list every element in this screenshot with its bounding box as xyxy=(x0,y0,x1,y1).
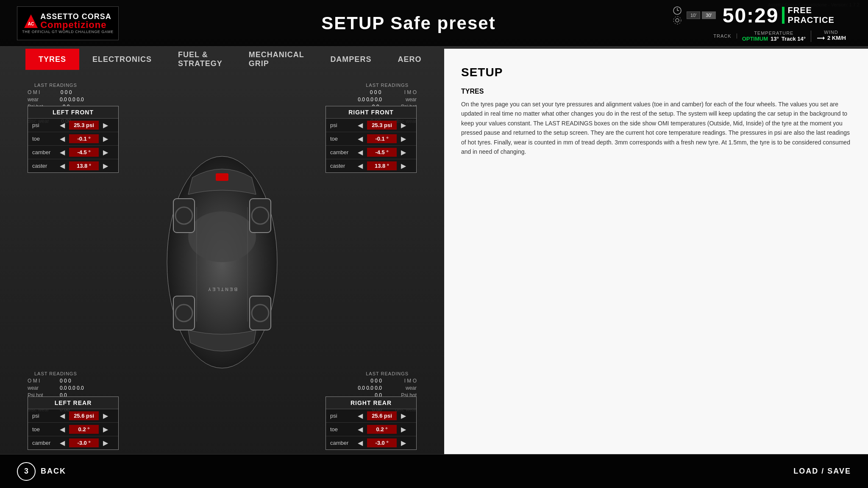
wind-speed xyxy=(816,35,825,43)
rr-camber-label: camber xyxy=(330,440,353,446)
ten-min-btn[interactable]: 10' xyxy=(687,11,700,19)
panel-right-front: RIGHT FRONT psi ◀ 25.3 psi ▶ toe ◀ -0.1 … xyxy=(326,106,417,173)
rr-camber-inc[interactable]: ▶ xyxy=(399,439,408,447)
lr-psi-inc[interactable]: ▶ xyxy=(101,412,110,420)
lf-psi-dec[interactable]: ◀ xyxy=(58,121,67,129)
tab-tyres[interactable]: TYRES xyxy=(25,49,79,70)
load-save-button[interactable]: LOAD / SAVE xyxy=(793,467,851,476)
readings-rr-wear-label: wear xyxy=(387,385,417,391)
lr-camber-inc[interactable]: ▶ xyxy=(101,439,110,447)
readings-lf-omi: 0 0 0 xyxy=(60,89,72,95)
rf-camber-row: camber ◀ -4.5 ° ▶ xyxy=(326,146,416,159)
rf-toe-dec[interactable]: ◀ xyxy=(356,135,364,143)
readings-lf-title: LAST READINGS xyxy=(28,83,84,88)
tab-aero[interactable]: AERO xyxy=(384,49,434,70)
readings-rf-wear-label: wear xyxy=(387,97,417,103)
wind-direction-icon xyxy=(816,35,825,42)
lr-camber-label: camber xyxy=(32,440,56,446)
rr-toe-dec[interactable]: ◀ xyxy=(356,425,364,433)
rf-toe-label: toe xyxy=(330,136,353,142)
tab-mechanical[interactable]: MECHANICAL GRIP xyxy=(236,49,317,70)
lf-camber-inc[interactable]: ▶ xyxy=(101,148,110,156)
lf-psi-inc[interactable]: ▶ xyxy=(101,121,110,129)
rf-psi-dec[interactable]: ◀ xyxy=(356,121,364,129)
temperature-label: TEMPERATURE xyxy=(754,30,793,36)
lf-toe-dec[interactable]: ◀ xyxy=(58,135,67,143)
rr-toe-label: toe xyxy=(330,426,353,433)
rf-caster-value: 13.8 ° xyxy=(367,161,397,170)
lr-toe-label: toe xyxy=(32,426,56,433)
readings-lr-wear-label: wear xyxy=(28,385,57,391)
svg-point-5 xyxy=(676,19,679,22)
nav-tabs: TYRES ELECTRONICS FUEL & STRATEGY MECHAN… xyxy=(25,47,419,72)
tab-dampers[interactable]: DAMPERS xyxy=(317,49,384,70)
svg-rect-18 xyxy=(250,296,271,330)
lf-toe-inc[interactable]: ▶ xyxy=(101,135,110,143)
lf-camber-dec[interactable]: ◀ xyxy=(58,148,67,156)
rf-psi-inc[interactable]: ▶ xyxy=(399,121,408,129)
lf-caster-dec[interactable]: ◀ xyxy=(58,162,67,170)
track-label: TRACK xyxy=(713,33,731,39)
rf-caster-inc[interactable]: ▶ xyxy=(399,162,408,170)
readings-rf-wear-row: 0.0 0.0 0.0 wear xyxy=(358,97,417,103)
back-label: BACK xyxy=(41,467,66,476)
readings-lf-omi-row: O M I 0 0 0 xyxy=(28,89,84,95)
lf-caster-inc[interactable]: ▶ xyxy=(101,162,110,170)
lr-toe-dec[interactable]: ◀ xyxy=(58,425,67,433)
lf-psi-label: psi xyxy=(32,122,56,128)
right-info-panel: SETUP TYRES On the tyres page you can se… xyxy=(444,49,868,454)
wind-kmh: 2 KM/H xyxy=(827,35,846,43)
thirty-min-btn[interactable]: 30' xyxy=(702,11,715,19)
rr-toe-inc[interactable]: ▶ xyxy=(399,425,408,433)
time-buttons: 10' 30' xyxy=(687,11,716,19)
rr-camber-value: -3.0 ° xyxy=(367,438,397,447)
readings-lr-omi-label: O M I xyxy=(28,378,57,384)
rr-psi-inc[interactable]: ▶ xyxy=(399,412,408,420)
tab-electronics[interactable]: ELECTRONICS xyxy=(79,49,165,70)
readings-rf-omi-row: 0 0 0 I M O xyxy=(358,89,417,95)
temperature-info: TEMPERATURE OPTIMUM 13° Track 14° xyxy=(737,30,811,42)
rr-camber-dec[interactable]: ◀ xyxy=(356,439,364,447)
readings-rf-omi: 0 0 0 xyxy=(369,89,382,95)
logo-text-red: Competizione xyxy=(40,20,111,30)
lr-panel-header: LEFT REAR xyxy=(28,397,118,409)
rf-camber-dec[interactable]: ◀ xyxy=(356,148,364,156)
bottom-bar: 3 BACK LOAD / SAVE xyxy=(0,454,868,488)
info-row: TRACK TEMPERATURE OPTIMUM 13° Track 14° … xyxy=(708,30,851,43)
timer-display: 50:29 xyxy=(723,4,779,27)
rf-caster-row: caster ◀ 13.8 ° ▶ xyxy=(326,159,416,172)
track-info: TRACK xyxy=(708,33,737,39)
logo-area: AC ASSETTO CORSA Competizione THE OFFICI… xyxy=(17,6,144,40)
lf-camber-label: camber xyxy=(32,149,56,155)
svg-point-10 xyxy=(188,211,256,262)
logo-text-bottom: THE OFFICIAL GT WORLD CHALLENGE GAME xyxy=(22,30,114,34)
lr-psi-dec[interactable]: ◀ xyxy=(58,412,67,420)
rr-psi-label: psi xyxy=(330,413,353,419)
readings-rr-omi-label: I M O xyxy=(387,378,417,384)
lr-camber-dec[interactable]: ◀ xyxy=(58,439,67,447)
rf-caster-dec[interactable]: ◀ xyxy=(356,162,364,170)
panel-left-rear: LEFT REAR psi ◀ 25.6 psi ▶ toe ◀ 0.2 ° ▶… xyxy=(28,396,119,450)
rf-toe-row: toe ◀ -0.1 ° ▶ xyxy=(326,132,416,146)
back-number: 3 xyxy=(17,462,36,481)
rf-caster-label: caster xyxy=(330,163,353,169)
logo-text-top: ASSETTO CORSA xyxy=(40,13,111,20)
readings-lf-wear: 0.0 0.0 0.0 xyxy=(60,97,84,103)
lr-psi-value: 25.6 psi xyxy=(69,411,99,420)
rf-camber-inc[interactable]: ▶ xyxy=(399,148,408,156)
tab-fuel[interactable]: FUEL & STRATEGY xyxy=(165,49,236,70)
svg-text:BENTLEY: BENTLEY xyxy=(207,287,237,292)
car-svg: BENTLEY xyxy=(150,144,294,381)
timer-area: 10' 30' 50:29 FREE PRACTICE xyxy=(673,4,851,27)
readings-lr-omi-row: O M I 0 0 0 xyxy=(28,378,84,384)
rf-psi-value: 25.3 psi xyxy=(367,121,397,130)
rf-toe-inc[interactable]: ▶ xyxy=(399,135,408,143)
panel-title: SETUP xyxy=(461,66,851,79)
rr-psi-row: psi ◀ 25.6 psi ▶ xyxy=(326,409,416,423)
panel-right-rear: RIGHT REAR psi ◀ 25.6 psi ▶ toe ◀ 0.2 ° … xyxy=(326,396,417,450)
lr-toe-inc[interactable]: ▶ xyxy=(101,425,110,433)
back-button[interactable]: 3 BACK xyxy=(17,462,66,481)
readings-lr-title: LAST READINGS xyxy=(28,371,84,376)
wind-label: WIND xyxy=(824,30,838,35)
rr-psi-dec[interactable]: ◀ xyxy=(356,412,364,420)
